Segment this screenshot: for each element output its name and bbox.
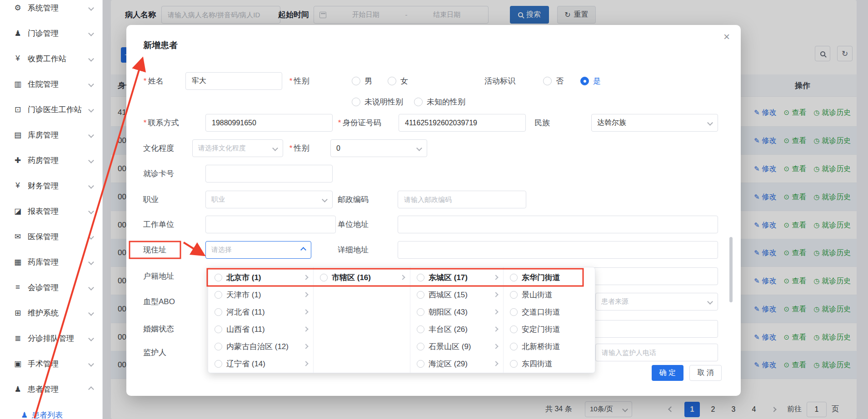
sidebar-item-pharmacy[interactable]: ✚药房管理: [0, 148, 102, 173]
cascader-option[interactable]: 市辖区 (16): [314, 269, 410, 286]
report-icon: ◪: [12, 207, 24, 216]
radio-icon: [414, 98, 423, 106]
visit-card-input[interactable]: [205, 165, 333, 182]
gender-label: *性别: [289, 72, 309, 90]
cascader-option[interactable]: 内蒙古自治区 (12): [208, 338, 313, 355]
sidebar-item-charge-station[interactable]: ¥收费工作站: [0, 46, 102, 71]
cascader-option[interactable]: 朝阳区 (43): [410, 303, 503, 320]
gender-unknown-radio[interactable]: 未知的性别: [414, 93, 465, 111]
gender2-select[interactable]: 0: [330, 139, 427, 157]
chart-icon: ▥: [12, 79, 24, 89]
gender-male-radio[interactable]: 男: [352, 72, 372, 90]
cascader-option[interactable]: 北京市 (1): [208, 269, 313, 286]
chevron-down-icon: [88, 107, 94, 113]
radio-icon: [388, 77, 396, 85]
radio-icon: [417, 274, 424, 281]
cascader-option[interactable]: 交道口街道: [504, 303, 595, 320]
radio-icon: [417, 343, 424, 350]
yen-icon: ¥: [12, 54, 24, 63]
sidebar-item-outpatient-doctor[interactable]: ⊡门诊医生工作站: [0, 97, 102, 122]
sidebar-item-finance[interactable]: ¥财务管理: [0, 173, 102, 198]
sidebar-item-label: 库房管理: [28, 130, 89, 140]
gender-female-radio[interactable]: 女: [388, 72, 408, 90]
radio-icon: [215, 325, 222, 333]
cascader-option[interactable]: 海淀区 (29): [410, 355, 503, 372]
contact-input[interactable]: [205, 114, 333, 132]
yen-icon: ¥: [12, 181, 24, 190]
radio-icon: [417, 308, 424, 316]
idcard-input[interactable]: [399, 114, 526, 132]
sidebar-item-consultation[interactable]: ≡会诊管理: [0, 275, 102, 300]
chevron-down-icon: [707, 120, 713, 126]
chevron-down-icon: [272, 145, 278, 151]
cascader-option[interactable]: 山西省 (11): [208, 320, 313, 338]
chevron-down-icon: [88, 5, 94, 11]
square-icon: ▣: [12, 359, 24, 369]
sidebar-item-surgery[interactable]: ▣手术管理: [0, 351, 102, 376]
cascader-option[interactable]: 西城区 (15): [410, 286, 503, 303]
ethnic-select[interactable]: 达斡尔族: [591, 114, 718, 132]
sidebar-item-warehouse[interactable]: ▤库房管理: [0, 122, 102, 148]
visit-card-label: 就诊卡号: [143, 165, 174, 182]
unit-address-label: 单位地址: [338, 216, 369, 233]
patient-source-select[interactable]: 患者来源: [595, 293, 718, 311]
sidebar-item-system[interactable]: ⚙系统管理: [0, 0, 102, 20]
cascader-option[interactable]: 辽宁省 (14): [208, 355, 313, 372]
cascader-option[interactable]: 河北省 (11): [208, 303, 313, 320]
cascader-option[interactable]: 东华门街道: [504, 269, 595, 286]
sidebar-item-inpatient[interactable]: ▥住院管理: [0, 71, 102, 97]
gender-unstated-radio[interactable]: 未说明性别: [352, 93, 403, 111]
chevron-right-icon: [303, 292, 308, 297]
sidebar-item-report[interactable]: ◪报表管理: [0, 198, 102, 224]
cascader-option[interactable]: 东城区 (17): [410, 269, 503, 286]
chevron-right-icon: [493, 344, 498, 349]
workunit-input[interactable]: [205, 216, 336, 233]
sidebar-item-patient[interactable]: ♟患者管理: [0, 376, 102, 402]
occupation-select[interactable]: 职业: [205, 191, 333, 208]
active-no-radio[interactable]: 否: [543, 72, 564, 90]
cascader-option[interactable]: 石景山区 (9): [410, 338, 503, 355]
cascader-option[interactable]: 景山街道: [504, 286, 595, 303]
chevron-up-icon: [300, 247, 306, 253]
radio-icon: [215, 308, 222, 316]
modal-scrollbar[interactable]: [729, 237, 733, 302]
education-select[interactable]: 请选择文化程度: [192, 139, 283, 157]
cancel-button[interactable]: 取 消: [689, 365, 722, 381]
queue-icon: ≣: [12, 334, 24, 343]
radio-icon: [215, 360, 222, 368]
sidebar-item-outpatient[interactable]: ♟门诊管理: [0, 20, 102, 46]
modal-title: 新增患者: [143, 39, 178, 51]
sidebar-item-label: 医保管理: [28, 232, 89, 242]
cascader-option[interactable]: 安定门街道: [504, 320, 595, 338]
cascader-option[interactable]: 东四街道: [504, 355, 595, 372]
unit-address-input[interactable]: [398, 216, 718, 233]
sidebar-subitem-label: 患者列表: [32, 410, 63, 419]
confirm-button[interactable]: 确 定: [652, 365, 683, 381]
close-icon[interactable]: ×: [723, 31, 730, 42]
detail-address-label: 详细地址: [338, 241, 369, 259]
active-yes-radio[interactable]: 是: [580, 72, 601, 90]
cascader-option[interactable]: 丰台区 (26): [410, 320, 503, 338]
sidebar-item-insurance[interactable]: ✉医保管理: [0, 224, 102, 249]
sidebar-item-maintenance[interactable]: ⊞维护系统: [0, 300, 102, 325]
postcode-input[interactable]: [398, 191, 526, 208]
name-input[interactable]: [185, 72, 282, 90]
sidebar-item-label: 患者管理: [28, 384, 89, 394]
sidebar-item-label: 会诊管理: [28, 282, 89, 293]
cascader-option[interactable]: 天津市 (1): [208, 286, 313, 303]
chevron-down-icon: [88, 310, 94, 316]
current-address-cascader[interactable]: 请选择: [205, 241, 311, 259]
mail-icon: ✉: [12, 232, 24, 242]
sidebar-item-triage-queue[interactable]: ≣分诊排队管理: [0, 325, 102, 351]
sidebar-item-drug-store[interactable]: ▦药库管理: [0, 249, 102, 275]
chevron-down-icon: [88, 183, 94, 189]
chevron-right-icon: [493, 275, 498, 280]
radio-icon: [215, 343, 222, 350]
guardian-phone-input[interactable]: [595, 344, 718, 361]
radio-icon: [543, 77, 552, 85]
chevron-down-icon: [88, 56, 94, 62]
cascader-option[interactable]: 北新桥街道: [504, 338, 595, 355]
sidebar-item-patient-list[interactable]: ♟ 患者列表: [0, 406, 103, 419]
detail-address-input[interactable]: [398, 241, 718, 259]
radio-icon: [510, 274, 518, 281]
